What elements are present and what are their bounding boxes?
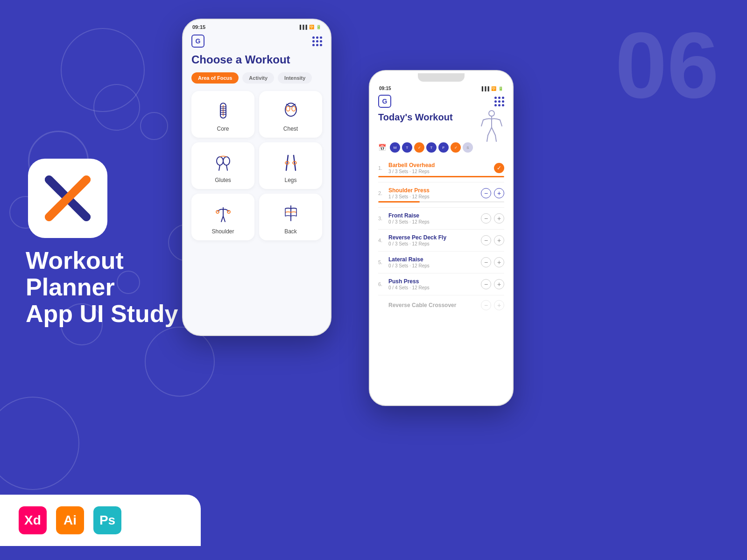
exercise-4-name: Reverse Pec Deck Fly — [388, 234, 481, 241]
exercise-3-minus[interactable]: − — [481, 213, 491, 224]
ps-icon: Ps — [93, 506, 121, 534]
svg-point-13 — [285, 103, 296, 116]
exercise-list: 1. Barbell Overhead 3 / 3 Sets · 12 Reps… — [378, 157, 504, 315]
exercise-6-plus[interactable]: + — [494, 279, 504, 289]
exercise-3-name: Front Raise — [388, 212, 481, 219]
deco-circle-2 — [93, 84, 140, 131]
shoulder-label: Shoulder — [211, 228, 234, 235]
chest-label: Chest — [283, 126, 298, 132]
calendar-row: 📅 M T ✓ T F ✓ S — [378, 142, 504, 153]
exercise-2-plus[interactable]: + — [494, 188, 504, 198]
glutes-label: Glutes — [215, 177, 231, 183]
svg-line-38 — [481, 120, 483, 126]
exercise-2-num: 2. — [378, 190, 386, 196]
phone1-content: G Choose a Workout Area of Focus Activit… — [183, 30, 331, 240]
exercise-7-name: Reverse Cable Crossover — [388, 302, 481, 308]
svg-line-21 — [226, 165, 227, 170]
svg-line-40 — [488, 127, 492, 135]
exercise-3-num: 3. — [378, 216, 386, 221]
phone1-signal: ▐▐▐ 🛜 🔋 — [298, 25, 321, 29]
shoulder-icon — [212, 202, 234, 224]
svg-line-20 — [219, 165, 220, 170]
exercise-2-minus[interactable]: − — [481, 188, 491, 198]
exercise-7-controls: − + — [481, 300, 504, 310]
back-icon — [280, 202, 302, 224]
filter-area-of-focus[interactable]: Area of Focus — [191, 72, 239, 84]
exercise-5-minus[interactable]: − — [481, 257, 491, 267]
phone2-header: G — [378, 95, 504, 108]
phone2-notch — [418, 73, 465, 82]
workout-card-core[interactable]: Core — [191, 91, 254, 138]
exercise-1-progress — [378, 176, 504, 177]
exercise-5-num: 5. — [378, 259, 386, 265]
exercise-3-sets: 0 / 3 Sets · 12 Reps — [388, 219, 481, 224]
core-icon — [212, 99, 234, 122]
exercise-7-plus[interactable]: + — [494, 300, 504, 310]
svg-line-3 — [75, 205, 86, 217]
svg-point-15 — [292, 106, 296, 111]
day-sat: ✓ — [451, 142, 461, 153]
deco-circle-10 — [0, 397, 79, 490]
exercise-4-controls: − + — [481, 235, 504, 245]
phone2-time: 09:15 — [379, 86, 391, 91]
day-sun: S — [463, 142, 473, 153]
filter-activity[interactable]: Activity — [242, 72, 274, 84]
phone1-time: 09:15 — [192, 24, 205, 30]
exercise-2-sets: 1 / 3 Sets · 12 Reps — [388, 194, 481, 199]
chest-icon — [280, 99, 302, 122]
workout-card-shoulder[interactable]: Shoulder — [191, 194, 254, 240]
phone2-notch-area — [370, 71, 513, 84]
deco-circle-3 — [140, 112, 168, 140]
phone1-title: Choose a Workout — [191, 53, 322, 67]
exercise-2-controls: − + — [481, 188, 504, 198]
phone2-content: G Today's Workout � — [370, 91, 513, 315]
phone2: 09:15 ▐▐▐ 🛜 🔋 G Today's Workout — [369, 70, 514, 406]
workout-card-back[interactable]: Back — [259, 194, 322, 240]
back-label: Back — [284, 228, 297, 235]
exercise-5-sets: 0 / 3 Sets · 12 Reps — [388, 263, 481, 268]
calendar-icon: 📅 — [378, 144, 386, 151]
exercise-2-name: Shoulder Press — [388, 187, 481, 194]
glutes-icon — [212, 151, 234, 173]
g-logo-phone2: G — [378, 95, 391, 108]
brand-text: Workout Planner App UI Study — [26, 247, 178, 328]
workout-card-chest[interactable]: Chest — [259, 91, 322, 138]
app-icon — [28, 159, 107, 238]
phone1: 09:15 ▐▐▐ 🛜 🔋 G Choose a Workout Area of… — [182, 19, 331, 336]
phone2-signal: ▐▐▐ 🛜 🔋 — [480, 86, 503, 91]
exercise-item-7: Reverse Cable Crossover − + — [378, 295, 504, 315]
exercise-4-num: 4. — [378, 238, 386, 243]
exercise-4-sets: 0 / 3 Sets · 12 Reps — [388, 241, 481, 246]
exercise-item-4: 4. Reverse Pec Deck Fly 0 / 3 Sets · 12 … — [378, 230, 504, 252]
exercise-4-minus[interactable]: − — [481, 235, 491, 245]
workout-card-legs[interactable]: Legs — [259, 142, 322, 189]
exercise-7-minus[interactable]: − — [481, 300, 491, 310]
g-logo-phone1: G — [191, 35, 204, 48]
exercise-6-controls: − + — [481, 279, 504, 289]
exercise-1-num: 1. — [378, 165, 386, 171]
workout-grid: Core Chest — [191, 91, 322, 240]
exercise-6-sets: 0 / 4 Sets · 12 Reps — [388, 285, 481, 290]
phone1-notch — [229, 20, 285, 31]
svg-line-29 — [221, 216, 223, 222]
exercise-5-plus[interactable]: + — [494, 257, 504, 267]
phone2-status-bar: 09:15 ▐▐▐ 🛜 🔋 — [370, 84, 513, 91]
workout-card-glutes[interactable]: Glutes — [191, 142, 254, 189]
filter-intensity[interactable]: Intensity — [278, 72, 312, 84]
menu-dots-phone1[interactable] — [312, 36, 322, 46]
svg-line-30 — [223, 216, 225, 222]
brand-line2: Planner — [26, 273, 115, 301]
exercise-3-plus[interactable]: + — [494, 213, 504, 224]
ai-icon: Ai — [56, 506, 84, 534]
exercise-6-minus[interactable]: − — [481, 279, 491, 289]
exercise-item-6: 6. Push Press 0 / 4 Sets · 12 Reps − + — [378, 273, 504, 295]
exercise-item-2: 2. Shoulder Press 1 / 3 Sets · 12 Reps −… — [378, 182, 504, 208]
svg-line-39 — [500, 120, 502, 126]
day-mon: M — [390, 142, 400, 153]
menu-dots-phone2[interactable] — [494, 97, 504, 106]
exercise-4-plus[interactable]: + — [494, 235, 504, 245]
core-label: Core — [217, 126, 229, 132]
exercise-3-controls: − + — [481, 213, 504, 224]
exercise-1-name: Barbell Overhead — [388, 162, 494, 168]
exercise-item-5: 5. Lateral Raise 0 / 3 Sets · 12 Reps − … — [378, 252, 504, 273]
